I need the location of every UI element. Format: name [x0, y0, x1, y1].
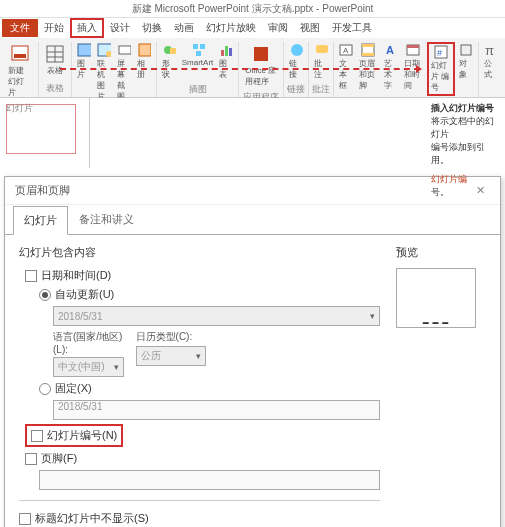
new-slide-button[interactable]: 新建 幻灯片: [5, 42, 35, 100]
svg-point-20: [291, 44, 303, 56]
slide-number-label: 幻灯片编号(N): [47, 428, 117, 443]
hide-on-title-checkbox[interactable]: [19, 513, 31, 525]
footer-input[interactable]: [39, 470, 380, 490]
svg-rect-32: [461, 45, 471, 55]
svg-text:#: #: [437, 48, 442, 58]
slide-canvas: 插入幻灯片编号 将示文档中的幻灯片 编号添加到引用。 幻灯片编 号。: [90, 98, 505, 168]
tab-notes[interactable]: 备注和讲义: [68, 205, 145, 234]
svg-text:A: A: [343, 46, 349, 55]
svg-rect-29: [407, 45, 419, 48]
language-label: 语言(国家/地区)(L):: [53, 330, 124, 355]
object-icon: [459, 43, 473, 57]
chart-icon: [219, 43, 233, 57]
auto-update-label: 自动更新(U): [55, 287, 114, 302]
object-button[interactable]: 对象: [457, 42, 475, 96]
tooltip-hint: 插入幻灯片编号 将示文档中的幻灯片 编号添加到引用。 幻灯片编 号。: [431, 102, 501, 199]
svg-rect-6: [78, 44, 91, 56]
svg-rect-9: [119, 46, 131, 54]
online-pictures-button[interactable]: 联机图片: [95, 42, 113, 103]
tab-home[interactable]: 开始: [38, 19, 70, 37]
header-footer-dialog: 页眉和页脚 ✕ 幻灯片 备注和讲义 幻灯片包含内容 日期和时间(D) 自动更新(…: [4, 176, 501, 527]
footer-label: 页脚(F): [41, 451, 77, 466]
link-icon: [289, 43, 303, 57]
tab-slideshow[interactable]: 幻灯片放映: [200, 19, 262, 37]
workarea: 插入幻灯片编号 将示文档中的幻灯片 编号添加到引用。 幻灯片编 号。: [0, 98, 505, 168]
tab-animations[interactable]: 动画: [168, 19, 200, 37]
screenshot-button[interactable]: 屏幕截图: [115, 42, 133, 103]
fixed-radio[interactable]: [39, 383, 51, 395]
album-icon: [137, 43, 151, 57]
calendar-combo[interactable]: 公历: [136, 346, 207, 366]
section-label: 幻灯片包含内容: [19, 245, 380, 260]
slide-number-icon: #: [434, 45, 448, 59]
svg-rect-21: [316, 45, 328, 53]
hide-on-title-label: 标题幻灯片中不显示(S): [35, 511, 149, 526]
tab-dev[interactable]: 开发工具: [326, 19, 378, 37]
datetime-label: 日期和时间(D): [41, 268, 111, 283]
datetime-icon: [406, 43, 420, 57]
svg-rect-12: [170, 48, 176, 54]
file-tab[interactable]: 文件: [2, 19, 38, 37]
svg-text:A: A: [386, 44, 394, 56]
window-title: 新建 Microsoft PowerPoint 演示文稿.pptx - Powe…: [0, 0, 505, 18]
smartart-icon: [191, 43, 205, 57]
album-button[interactable]: 相册: [135, 42, 153, 103]
fixed-label: 固定(X): [55, 381, 92, 396]
svg-rect-25: [362, 44, 374, 47]
shapes-icon: [162, 43, 176, 57]
svg-rect-26: [362, 53, 374, 56]
date-format-combo[interactable]: 2018/5/31: [53, 306, 380, 326]
svg-rect-10: [139, 44, 151, 56]
online-picture-icon: [97, 43, 111, 57]
svg-rect-19: [254, 47, 268, 61]
equation-icon: π: [484, 43, 498, 57]
table-button[interactable]: 表格: [42, 42, 68, 80]
smartart-button[interactable]: SmartArt: [180, 42, 216, 81]
svg-rect-1: [14, 54, 26, 58]
svg-text:π: π: [485, 43, 494, 57]
tab-transitions[interactable]: 切换: [136, 19, 168, 37]
svg-rect-18: [229, 48, 232, 56]
office-icon: [251, 44, 271, 64]
tab-slide[interactable]: 幻灯片: [13, 206, 68, 235]
wordart-icon: A: [384, 43, 398, 57]
ribbon: 新建 幻灯片 幻灯片 表格 表格 图片 联: [0, 38, 505, 98]
equation-button[interactable]: π 公式: [482, 42, 500, 97]
table-icon: [45, 44, 65, 64]
pictures-button[interactable]: 图片: [75, 42, 93, 103]
svg-rect-15: [196, 51, 201, 56]
svg-rect-16: [221, 50, 224, 56]
slide-number-checkbox[interactable]: [31, 430, 43, 442]
datetime-checkbox[interactable]: [25, 270, 37, 282]
picture-icon: [77, 43, 91, 57]
link-button[interactable]: 链接: [287, 42, 305, 81]
tutorial-arrow: [60, 68, 420, 70]
dialog-title: 页眉和页脚: [15, 183, 70, 198]
ribbon-tabs: 文件 开始 插入 设计 切换 动画 幻灯片放映 审阅 视图 开发工具: [0, 18, 505, 38]
tab-insert[interactable]: 插入: [70, 18, 104, 38]
tab-view[interactable]: 视图: [294, 19, 326, 37]
language-combo[interactable]: 中文(中国): [53, 357, 124, 377]
calendar-label: 日历类型(C):: [136, 330, 207, 344]
svg-rect-17: [225, 46, 228, 56]
svg-rect-13: [193, 44, 198, 49]
fixed-date-input[interactable]: 2018/5/31: [53, 400, 380, 420]
chart-button[interactable]: 图表: [217, 42, 235, 81]
header-footer-icon: [361, 43, 375, 57]
addins-button[interactable]: Office 应用程序: [242, 42, 280, 89]
auto-update-radio[interactable]: [39, 289, 51, 301]
comment-button[interactable]: 批注: [312, 42, 330, 81]
svg-rect-14: [200, 44, 205, 49]
shapes-button[interactable]: 形状: [160, 42, 178, 81]
tab-review[interactable]: 审阅: [262, 19, 294, 37]
new-slide-icon: [10, 44, 30, 64]
textbox-icon: A: [339, 43, 353, 57]
screenshot-icon: [117, 43, 131, 57]
preview-label: 预览: [396, 245, 486, 260]
footer-checkbox[interactable]: [25, 453, 37, 465]
tab-design[interactable]: 设计: [104, 19, 136, 37]
preview-thumbnail: [396, 268, 476, 328]
comment-icon: [314, 43, 328, 57]
slide-number-button[interactable]: # 幻灯片 编号: [427, 42, 455, 96]
